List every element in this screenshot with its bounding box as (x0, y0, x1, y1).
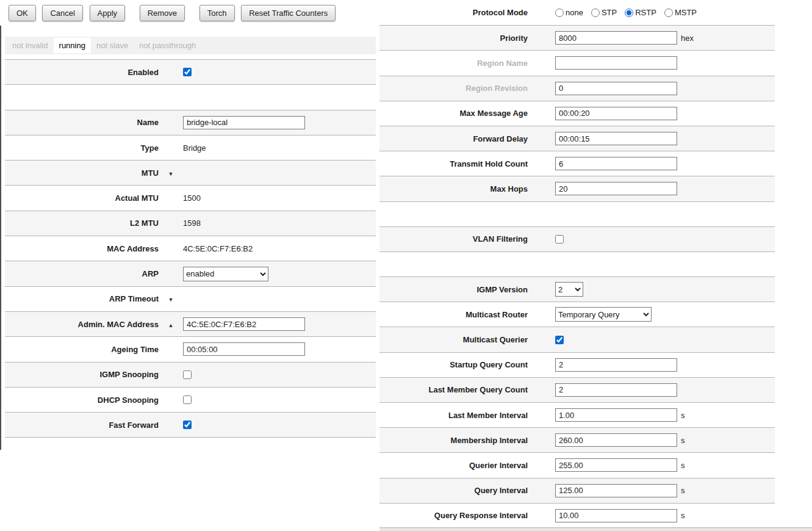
chevron-down-icon[interactable]: ▼ (168, 171, 174, 177)
igmp-version-label: IGMP Version (379, 285, 528, 294)
arp-select[interactable]: enabled (183, 267, 268, 281)
forward-delay-label: Forward Delay (379, 134, 528, 143)
vlan-filtering-row: VLAN Filtering (379, 226, 775, 251)
forward-delay-input[interactable] (555, 132, 677, 145)
protocol-none-radio[interactable] (555, 9, 564, 17)
cancel-button[interactable]: Cancel (42, 5, 82, 21)
priority-label: Priority (379, 34, 528, 43)
name-row: Name (5, 110, 376, 135)
protocol-mstp-label: MSTP (675, 8, 697, 17)
admin-mac-label: Admin. MAC Address (5, 320, 159, 329)
fast-forward-label: Fast Forward (5, 421, 159, 430)
query-response-interval-input[interactable] (555, 509, 677, 522)
max-message-age-input[interactable] (555, 107, 677, 120)
l2-mtu-label: L2 MTU (5, 219, 159, 228)
multicast-querier-row: Multicast Querier (379, 327, 775, 352)
torch-button[interactable]: Torch (199, 5, 235, 21)
ageing-time-input[interactable] (183, 342, 305, 356)
admin-mac-input[interactable] (183, 317, 305, 331)
dhcp-snooping-checkbox[interactable] (183, 396, 192, 404)
max-hops-label: Max Hops (379, 184, 528, 193)
priority-unit: hex (681, 34, 694, 43)
priority-input[interactable] (555, 31, 677, 45)
region-name-input[interactable] (555, 56, 677, 70)
igmp-snooping-checkbox[interactable] (183, 370, 192, 379)
enabled-checkbox[interactable] (183, 68, 192, 76)
multicast-router-row: Multicast Router Temporary Query (379, 302, 775, 327)
membership-interval-label: Membership Interval (379, 436, 528, 445)
region-name-label: Region Name (379, 59, 528, 68)
last-member-interval-label: Last Member Interval (379, 411, 528, 420)
protocol-rstp-radio[interactable] (625, 9, 633, 17)
region-revision-row: Region Revision (379, 76, 775, 101)
startup-query-count-row: Startup Query Count (379, 352, 775, 377)
last-member-interval-input[interactable] (555, 408, 677, 422)
multicast-router-label: Multicast Router (379, 310, 528, 319)
mac-address-row: MAC Address 4C:5E:0C:F7:E6:B2 (5, 236, 376, 261)
startup-query-count-label: Startup Query Count (379, 360, 528, 369)
admin-mac-row: Admin. MAC Address ▲ (5, 311, 376, 336)
vlan-filtering-label: VLAN Filtering (379, 234, 528, 244)
transmit-hold-count-row: Transmit Hold Count (379, 151, 775, 176)
region-revision-label: Region Revision (379, 84, 528, 93)
actual-mtu-value: 1500 (183, 193, 201, 203)
priority-row: Priority hex (379, 25, 775, 50)
protocol-option-stp[interactable]: STP (591, 8, 617, 17)
ageing-time-row: Ageing Time (5, 336, 376, 361)
fast-forward-checkbox[interactable] (183, 421, 192, 429)
igmp-version-select[interactable]: 2 (555, 282, 583, 297)
chevron-up-icon[interactable]: ▲ (168, 322, 174, 328)
protocol-stp-radio[interactable] (591, 9, 600, 17)
vlan-filtering-checkbox[interactable] (555, 235, 564, 244)
toolbar: OK Cancel Apply Remove Torch Reset Traff… (0, 0, 376, 27)
enabled-row: Enabled (5, 59, 376, 84)
status-flag-not-invalid: not invalid (7, 38, 54, 53)
startup-query-count-input[interactable] (555, 358, 677, 372)
querier-interval-input[interactable] (555, 458, 677, 472)
arp-timeout-row: ARP Timeout ▼ (5, 286, 376, 311)
protocol-option-rstp[interactable]: RSTP (625, 8, 656, 17)
protocol-option-mstp[interactable]: MSTP (664, 8, 697, 17)
query-interval-row: Query Interval s (379, 478, 775, 503)
last-member-query-count-label: Last Member Query Count (379, 385, 528, 394)
multicast-router-select[interactable]: Temporary Query (555, 307, 652, 322)
region-revision-input[interactable] (555, 82, 677, 95)
igmp-version-row: IGMP Version 2 (379, 276, 775, 302)
multicast-querier-checkbox[interactable] (555, 336, 564, 344)
query-interval-input[interactable] (555, 484, 677, 497)
spacer-row (379, 201, 775, 226)
apply-button[interactable]: Apply (90, 5, 126, 21)
remove-button[interactable]: Remove (140, 5, 185, 21)
actual-mtu-row: Actual MTU 1500 (5, 185, 376, 210)
seconds-unit: s (681, 486, 685, 495)
bridge-interface-panel: OK Cancel Apply Remove Torch Reset Traff… (0, 0, 376, 438)
arp-row: ARP enabled (5, 261, 376, 286)
name-label: Name (5, 118, 159, 127)
last-member-interval-row: Last Member Interval s (379, 402, 775, 427)
igmp-snooping-label: IGMP Snooping (5, 370, 159, 379)
type-row: Type Bridge (5, 135, 376, 160)
region-name-row: Region Name (379, 50, 775, 75)
protocol-mstp-radio[interactable] (664, 9, 673, 17)
chevron-down-icon[interactable]: ▼ (168, 297, 174, 303)
general-form: Enabled Name Type Bridge MTU ▼ Actual MT… (5, 59, 376, 438)
name-input[interactable] (183, 116, 305, 129)
max-hops-input[interactable] (555, 182, 677, 195)
reset-traffic-counters-button[interactable]: Reset Traffic Counters (241, 5, 336, 21)
max-message-age-row: Max Message Age (379, 101, 775, 126)
membership-interval-input[interactable] (555, 433, 677, 447)
type-value: Bridge (183, 143, 206, 153)
seconds-unit: s (681, 461, 685, 470)
stp-igmp-panel: Protocol Mode none STP RSTP MSTP (379, 0, 775, 528)
protocol-option-none[interactable]: none (555, 8, 583, 17)
querier-interval-row: Querier Interval s (379, 452, 775, 477)
ok-button[interactable]: OK (9, 5, 36, 21)
fast-forward-row: Fast Forward (5, 412, 376, 437)
status-flag-not-slave: not slave (91, 38, 134, 53)
query-interval-label: Query Interval (379, 486, 528, 495)
last-member-query-count-input[interactable] (555, 383, 677, 397)
protocol-none-label: none (566, 8, 583, 17)
querier-interval-label: Querier Interval (379, 461, 528, 470)
max-message-age-label: Max Message Age (379, 109, 528, 118)
transmit-hold-count-input[interactable] (555, 157, 677, 170)
